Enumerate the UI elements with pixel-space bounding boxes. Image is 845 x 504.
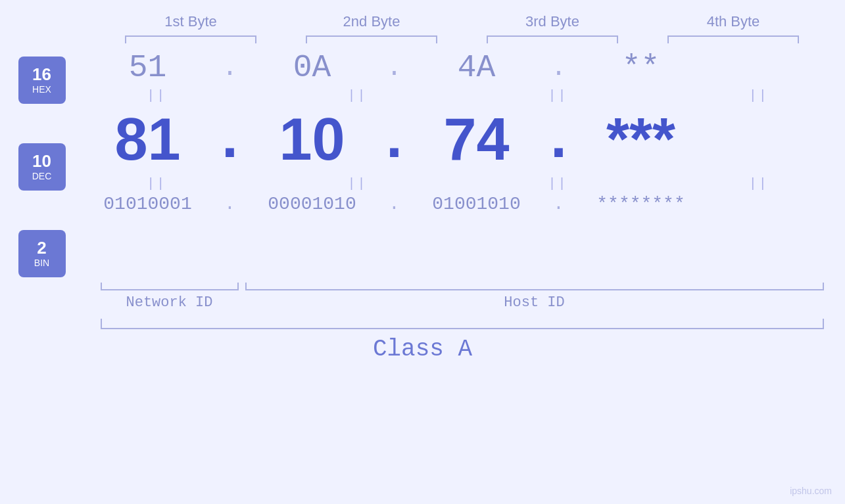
dec-base-number: 10 xyxy=(32,152,51,170)
bin-byte-4: ******** xyxy=(569,194,713,214)
dec-byte-4: *** xyxy=(569,106,713,173)
hex-dot-3: . xyxy=(549,53,569,83)
bin-row: 01010001 . 00001010 . 01001010 . *******… xyxy=(76,194,840,214)
id-labels-row: Network ID Host ID xyxy=(101,294,824,311)
equals-1-2: || xyxy=(285,88,429,103)
hex-base-label: HEX xyxy=(32,84,51,95)
equals-1-3: || xyxy=(486,88,631,103)
bin-byte-2: 00001010 xyxy=(240,194,385,214)
dec-byte-2: 10 xyxy=(240,106,385,173)
bin-base-number: 2 xyxy=(37,239,46,256)
hex-byte-4: ** xyxy=(569,50,713,85)
network-id-label: Network ID xyxy=(101,294,239,311)
main-grid: 16 HEX 10 DEC 2 BIN 51 . 0A xyxy=(18,50,840,277)
top-brackets-row xyxy=(101,35,824,43)
bytes-area: 51 . 0A . 4A . ** || || xyxy=(76,50,840,214)
hex-val-3: 4A xyxy=(458,50,496,85)
base-labels-column: 16 HEX 10 DEC 2 BIN xyxy=(18,57,66,277)
dec-byte-1: 81 xyxy=(76,106,220,173)
dec-val-4: *** xyxy=(606,106,675,173)
dec-dot-1: . xyxy=(220,107,240,173)
byte-label-4: 4th Byte xyxy=(661,13,806,30)
equals-row-2: || || || || xyxy=(76,176,840,191)
bottom-brackets xyxy=(101,283,824,290)
hex-val-1: 51 xyxy=(129,50,167,85)
top-bracket-2 xyxy=(306,35,437,43)
equals-2-1: || xyxy=(84,176,229,191)
dec-val-2: 10 xyxy=(279,106,345,173)
bin-val-1: 01010001 xyxy=(103,194,191,214)
byte-labels-row: 1st Byte 2nd Byte 3rd Byte 4th Byte xyxy=(101,13,824,30)
byte-label-3: 3rd Byte xyxy=(480,13,625,30)
top-bracket-4 xyxy=(667,35,799,43)
equals-1-1: || xyxy=(84,88,229,103)
top-bracket-1 xyxy=(125,35,256,43)
bin-dot-3: . xyxy=(549,194,569,214)
host-id-label: Host ID xyxy=(245,294,824,311)
hex-val-4: ** xyxy=(622,50,660,85)
hex-badge: 16 HEX xyxy=(18,57,66,104)
big-bottom-bracket xyxy=(101,319,824,329)
dec-val-1: 81 xyxy=(114,106,180,173)
dec-byte-3: 74 xyxy=(404,106,549,173)
top-bracket-3 xyxy=(487,35,618,43)
dec-row: 81 . 10 . 74 . *** xyxy=(76,106,840,173)
bin-badge: 2 BIN xyxy=(18,230,66,277)
bottom-section: Network ID Host ID xyxy=(101,283,824,311)
byte-label-1: 1st Byte xyxy=(118,13,263,30)
bin-byte-3: 01001010 xyxy=(404,194,549,214)
equals-row-1: || || || || xyxy=(76,88,840,103)
equals-1-4: || xyxy=(687,88,831,103)
hex-dot-2: . xyxy=(385,53,404,83)
hex-byte-3: 4A xyxy=(404,50,549,85)
class-label: Class A xyxy=(0,336,845,363)
host-bracket xyxy=(245,283,824,290)
hex-val-2: 0A xyxy=(293,50,331,85)
bin-byte-1: 01010001 xyxy=(76,194,220,214)
hex-byte-2: 0A xyxy=(240,50,385,85)
hex-dot-1: . xyxy=(220,53,240,83)
byte-label-2: 2nd Byte xyxy=(299,13,444,30)
equals-2-4: || xyxy=(687,176,831,191)
main-container: 1st Byte 2nd Byte 3rd Byte 4th Byte 16 H… xyxy=(0,0,845,504)
dec-badge: 10 DEC xyxy=(18,143,66,191)
network-bracket xyxy=(101,283,239,290)
bin-val-3: 01001010 xyxy=(432,194,520,214)
dec-base-label: DEC xyxy=(32,171,52,181)
bin-dot-2: . xyxy=(385,194,404,214)
bin-val-2: 00001010 xyxy=(268,194,356,214)
bin-dot-1: . xyxy=(220,194,240,214)
bin-base-label: BIN xyxy=(34,258,49,268)
hex-row: 51 . 0A . 4A . ** xyxy=(76,50,840,85)
equals-2-2: || xyxy=(285,176,429,191)
bin-val-4: ******** xyxy=(596,194,685,214)
dec-val-3: 74 xyxy=(443,106,509,173)
equals-2-3: || xyxy=(486,176,631,191)
watermark: ipshu.com xyxy=(790,486,832,496)
dec-dot-2: . xyxy=(385,107,404,173)
hex-byte-1: 51 xyxy=(76,50,220,85)
hex-base-number: 16 xyxy=(32,66,51,83)
dec-dot-3: . xyxy=(549,107,569,173)
